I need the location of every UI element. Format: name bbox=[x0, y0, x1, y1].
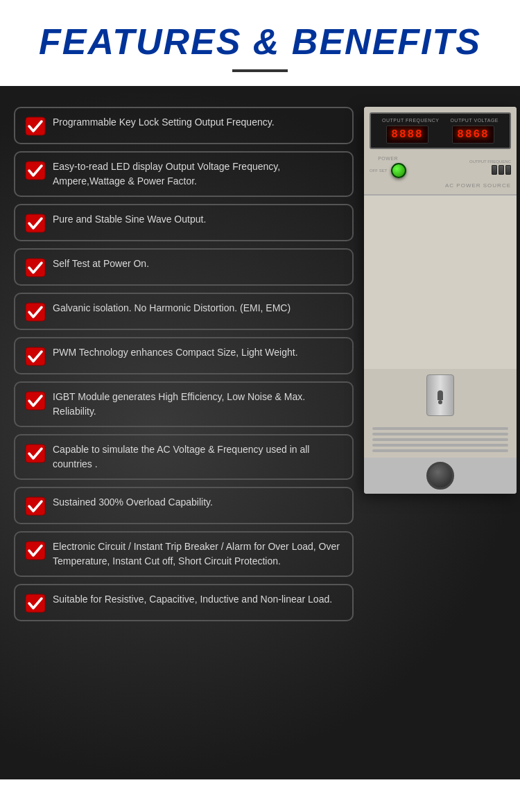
freq-display-label: OUTPUT FREQUENCY bbox=[382, 118, 440, 123]
mini-switch-1[interactable] bbox=[492, 165, 497, 175]
voltage-reading: 8868 bbox=[452, 126, 494, 144]
feature-text-11: Suitable for Resistive, Capacitive, Indu… bbox=[53, 592, 332, 607]
check-icon-2 bbox=[25, 161, 46, 180]
freq-reading: 8888 bbox=[386, 126, 428, 144]
check-icon-6 bbox=[25, 347, 46, 366]
power-section: POWER OFF SET bbox=[370, 156, 406, 178]
feature-item-7: IGBT Module generates High Efficiency, L… bbox=[14, 381, 354, 427]
device-top-panel: OUTPUT FREQUENCY OUTPUT VOLTAGE 8888 886… bbox=[364, 107, 517, 196]
feature-text-4: Self Test at Power On. bbox=[53, 257, 149, 271]
door-handle bbox=[426, 374, 454, 416]
feature-item-9: Sustained 300% Overload Capability. bbox=[14, 487, 354, 524]
freq-switches: OUTPUT FREQUENC bbox=[469, 159, 511, 175]
feature-item-10: Electronic Circuit / Instant Trip Breake… bbox=[14, 531, 354, 577]
vent-line-1 bbox=[372, 427, 508, 430]
vent-line-4 bbox=[372, 444, 508, 447]
handle-keyhole bbox=[437, 390, 443, 400]
check-icon-9 bbox=[25, 496, 46, 516]
device-wheel-section bbox=[364, 458, 517, 494]
device-handle-section bbox=[364, 369, 517, 422]
product-image-section: OUTPUT FREQUENCY OUTPUT VOLTAGE 8888 886… bbox=[364, 107, 517, 759]
device-wheel bbox=[426, 462, 454, 490]
device-vent bbox=[364, 422, 517, 458]
vent-line-2 bbox=[372, 433, 508, 435]
ac-power-label: AC POWER SOURCE bbox=[370, 181, 511, 189]
title-underline bbox=[232, 69, 288, 72]
green-power-button[interactable] bbox=[391, 163, 406, 178]
feature-text-7: IGBT Module generates High Efficiency, L… bbox=[53, 390, 343, 419]
feature-text-3: Pure and Stable Sine Wave Output. bbox=[53, 212, 206, 227]
features-list: Programmable Key Lock Setting Output Fre… bbox=[14, 107, 354, 759]
check-icon-11 bbox=[25, 594, 46, 613]
feature-text-10: Electronic Circuit / Instant Trip Breake… bbox=[53, 539, 343, 569]
power-label: POWER bbox=[378, 156, 398, 161]
freq-small-label: OUTPUT FREQUENC bbox=[469, 159, 511, 164]
mini-switch-2[interactable] bbox=[499, 165, 504, 175]
feature-item-6: PWM Technology enhances Compact Size, Li… bbox=[14, 337, 354, 374]
voltage-display-label: OUTPUT VOLTAGE bbox=[450, 118, 499, 123]
feature-text-9: Sustained 300% Overload Capability. bbox=[53, 495, 213, 510]
check-icon-4 bbox=[25, 258, 46, 277]
dark-section: Programmable Key Lock Setting Output Fre… bbox=[0, 86, 520, 779]
feature-item-3: Pure and Stable Sine Wave Output. bbox=[14, 204, 354, 241]
check-icon-7 bbox=[25, 391, 46, 411]
feature-item-4: Self Test at Power On. bbox=[14, 248, 354, 286]
page-title: FEATURES & BENEFITS bbox=[14, 21, 506, 62]
check-icon-1 bbox=[25, 116, 46, 136]
feature-item-11: Suitable for Resistive, Capacitive, Indu… bbox=[14, 584, 354, 621]
display-readings: 8888 8868 bbox=[376, 126, 504, 144]
off-label: OFF SET bbox=[370, 169, 387, 173]
feature-text-8: Capable to simulate the AC Voltage & Fre… bbox=[53, 442, 343, 472]
feature-text-5: Galvanic isolation. No Harmonic Distorti… bbox=[53, 301, 291, 316]
feature-text-1: Programmable Key Lock Setting Output Fre… bbox=[53, 115, 275, 130]
check-icon-8 bbox=[25, 444, 46, 463]
display-labels: OUTPUT FREQUENCY OUTPUT VOLTAGE bbox=[376, 118, 504, 123]
product-device: OUTPUT FREQUENCY OUTPUT VOLTAGE 8888 886… bbox=[364, 107, 517, 494]
display-area: OUTPUT FREQUENCY OUTPUT VOLTAGE 8888 886… bbox=[370, 112, 511, 149]
vent-line-3 bbox=[372, 438, 508, 441]
vent-line-5 bbox=[372, 449, 508, 452]
controls-row: POWER OFF SET OUTPUT FREQUENC bbox=[370, 153, 511, 181]
feature-item-5: Galvanic isolation. No Harmonic Distorti… bbox=[14, 293, 354, 330]
device-body bbox=[364, 196, 517, 369]
feature-text-2: Easy-to-read LED display Output Voltage … bbox=[53, 159, 343, 189]
feature-item-8: Capable to simulate the AC Voltage & Fre… bbox=[14, 434, 354, 480]
feature-text-6: PWM Technology enhances Compact Size, Li… bbox=[53, 345, 298, 360]
power-switch-row: OFF SET bbox=[370, 163, 406, 178]
check-icon-3 bbox=[25, 214, 46, 233]
switch-group bbox=[492, 165, 511, 175]
check-icon-5 bbox=[25, 302, 46, 322]
feature-item-2: Easy-to-read LED display Output Voltage … bbox=[14, 151, 354, 197]
vent-lines bbox=[372, 427, 508, 452]
check-icon-10 bbox=[25, 541, 46, 560]
header-section: FEATURES & BENEFITS bbox=[0, 0, 520, 86]
mini-switch-3[interactable] bbox=[505, 165, 511, 175]
feature-item-1: Programmable Key Lock Setting Output Fre… bbox=[14, 107, 354, 144]
